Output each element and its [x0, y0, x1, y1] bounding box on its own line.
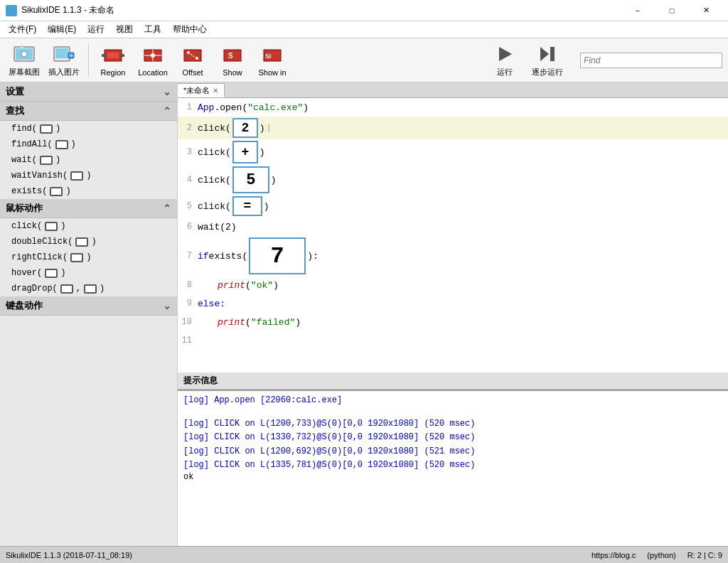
- menu-view[interactable]: 视图: [110, 21, 139, 38]
- sidebar-section-search[interactable]: 查找 ⌃: [0, 102, 177, 121]
- code-line-4: 4 click( 5 ): [178, 165, 728, 195]
- click-image-icon: [45, 222, 58, 231]
- status-bar: SikulixIDE 1.1.3 (2018-07-11_08:19) http…: [0, 546, 728, 563]
- region-button[interactable]: Region: [95, 41, 132, 80]
- code-line-7: 7 if exists( 7 ):: [178, 236, 728, 276]
- svg-rect-10: [102, 54, 106, 57]
- toolbar-separator-1: [88, 43, 89, 77]
- code-line-6: 6 wait(2): [178, 218, 728, 236]
- dragdrop-image-icon1: [60, 284, 73, 294]
- sidebar-wait[interactable]: wait( ): [0, 152, 177, 168]
- editor-area: *未命名 ✕ 1 App.open("calc.exe") 2 click( 2…: [178, 82, 728, 546]
- code-editor[interactable]: 1 App.open("calc.exe") 2 click( 2 ) | 3: [178, 98, 728, 372]
- show-button[interactable]: S Show: [214, 41, 251, 80]
- run-label: 运行: [497, 67, 513, 77]
- location-icon: [141, 44, 164, 67]
- menu-help[interactable]: 帮助中心: [167, 21, 213, 38]
- code-line-8: 8 print("ok"): [178, 276, 728, 294]
- insert-image-button[interactable]: + 插入图片: [46, 41, 82, 80]
- output-line-2: [log] CLICK on L(1200,733)@S(0)[0,0 1920…: [183, 417, 722, 431]
- sidebar-rightclick[interactable]: rightClick( ): [0, 250, 177, 265]
- menu-file[interactable]: 文件(F): [3, 21, 42, 38]
- status-lang: (python): [647, 551, 675, 559]
- maximize-button[interactable]: □: [655, 0, 688, 21]
- code-line-3: 3 click( + ): [178, 139, 728, 165]
- sidebar-waitvanish[interactable]: waitVanish( ): [0, 168, 177, 183]
- sidebar-doubleclick[interactable]: doubleClick( ): [0, 234, 177, 250]
- location-button[interactable]: Location: [134, 41, 171, 80]
- sidebar-dragdrop[interactable]: dragDrop( , ): [0, 281, 177, 296]
- sidebar-find[interactable]: find( ): [0, 121, 177, 136]
- code-line-2: 2 click( 2 ) |: [178, 117, 728, 139]
- code-line-5: 5 click( = ): [178, 195, 728, 218]
- code-img-2[interactable]: 2: [232, 118, 258, 138]
- mouse-label: 鼠标动作: [6, 202, 43, 215]
- show-in-icon: SI: [261, 44, 284, 67]
- editor-tab[interactable]: *未命名 ✕: [178, 83, 225, 97]
- sidebar-section-settings[interactable]: 设置 ⌄: [0, 82, 177, 102]
- output-panel[interactable]: [log] App.open [22060:calc.exe] [log] CL…: [178, 390, 728, 546]
- offset-button[interactable]: Offset: [174, 41, 211, 80]
- step-run-label: 逐步运行: [532, 67, 563, 77]
- screenshot-icon: [13, 43, 36, 65]
- tab-name: *未命名: [183, 85, 210, 96]
- hover-image-icon: [45, 269, 58, 278]
- svg-text:SI: SI: [265, 53, 272, 60]
- run-button[interactable]: 运行: [486, 41, 523, 80]
- svg-rect-26: [550, 47, 555, 61]
- keyboard-collapse-icon: ⌄: [163, 300, 171, 311]
- search-collapse-icon: ⌃: [163, 105, 171, 117]
- svg-marker-25: [540, 47, 549, 61]
- dragdrop-image-icon2: [84, 284, 97, 294]
- status-url: https://blog.c: [592, 551, 636, 559]
- status-left: SikulixIDE 1.1.3 (2018-07-11_08:19): [6, 551, 592, 559]
- window-controls: − □ ✕: [621, 0, 722, 21]
- status-position: R: 2 | C: 9: [687, 551, 722, 559]
- find-input[interactable]: [580, 53, 722, 68]
- code-img-equals[interactable]: =: [232, 196, 262, 216]
- menu-run[interactable]: 运行: [82, 21, 110, 38]
- svg-text:S: S: [228, 52, 233, 60]
- sidebar-click[interactable]: click( ): [0, 218, 177, 234]
- wait-image-icon: [40, 156, 53, 165]
- sidebar-findall[interactable]: findAll( ): [0, 136, 177, 152]
- close-button[interactable]: ✕: [690, 0, 722, 21]
- step-run-button[interactable]: 逐步运行: [529, 41, 566, 80]
- close-tab-button[interactable]: ✕: [213, 87, 218, 95]
- menu-tools[interactable]: 工具: [139, 21, 167, 38]
- keyboard-label: 键盘动作: [6, 299, 43, 312]
- insert-image-icon: +: [53, 43, 75, 65]
- sidebar-exists[interactable]: exists( ): [0, 183, 177, 199]
- code-img-plus[interactable]: +: [232, 141, 258, 163]
- main-layout: 设置 ⌄ 查找 ⌃ find( ) findAll( ) wait( ) wai…: [0, 82, 728, 546]
- show-icon: S: [221, 44, 244, 67]
- svg-point-2: [21, 51, 27, 57]
- output-line-3: [log] CLICK on L(1330,732)@S(0)[0,0 1920…: [183, 431, 722, 444]
- minimize-button[interactable]: −: [621, 0, 654, 21]
- screenshot-button[interactable]: 屏幕截图: [6, 41, 43, 80]
- run-icon: [493, 43, 516, 67]
- findall-image-icon: [55, 140, 68, 149]
- region-icon: [102, 44, 124, 67]
- title-bar: SikulixIDE 1.1.3 - 未命名 − □ ✕: [0, 0, 728, 21]
- menu-bar: 文件(F) 编辑(E) 运行 视图 工具 帮助中心: [0, 21, 728, 38]
- svg-rect-11: [120, 54, 124, 57]
- svg-text:+: +: [70, 53, 73, 59]
- exists-image-icon: [50, 187, 63, 196]
- code-img-5[interactable]: 5: [232, 166, 269, 193]
- show-in-button[interactable]: SI Show in: [254, 41, 291, 80]
- svg-rect-3: [20, 45, 23, 48]
- output-spacer: [183, 407, 722, 417]
- sidebar-hover[interactable]: hover( ): [0, 265, 177, 281]
- run-group: 运行 逐步运行: [486, 41, 566, 80]
- offset-label: Offset: [182, 68, 203, 77]
- tab-bar: *未命名 ✕: [178, 82, 728, 98]
- sidebar-section-keyboard[interactable]: 键盘动作 ⌄: [0, 296, 177, 316]
- step-run-icon: [536, 43, 559, 67]
- status-right: https://blog.c (python) R: 2 | C: 9: [592, 551, 722, 559]
- menu-edit[interactable]: 编辑(E): [42, 21, 82, 38]
- doubleclick-image-icon: [75, 237, 88, 247]
- sidebar-section-mouse[interactable]: 鼠标动作 ⌃: [0, 199, 177, 218]
- svg-rect-16: [184, 50, 201, 61]
- code-img-7[interactable]: 7: [249, 237, 306, 274]
